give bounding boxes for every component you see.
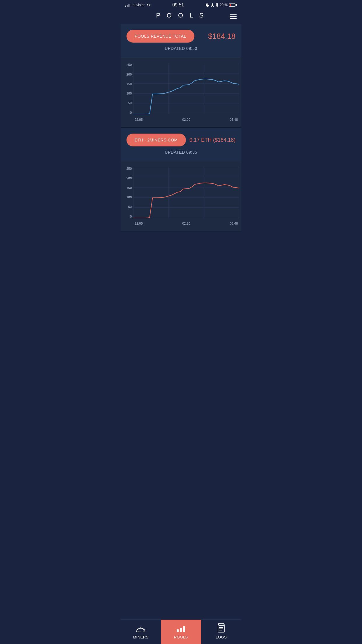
menu-line-1 [230,14,237,15]
chart1-y-label-150: 150 [126,82,132,86]
bluetooth-icon [215,3,218,7]
chart1-section: 250 200 150 100 50 0 [121,58,241,128]
status-time: 09:51 [172,2,184,8]
chart1-y-label-250: 250 [126,63,132,66]
menu-line-3 [230,18,237,19]
carrier-label: movistar [132,3,145,7]
chart2-area [133,167,239,218]
chart2-svg [133,167,239,218]
status-bar: movistar 09:51 20 % [121,0,241,9]
eth-pool-section: ETH - 2MINERS.COM 0.17 ETH ($184.18) UPD… [121,128,241,162]
chart2-container: 250 200 150 100 50 0 [123,167,239,225]
chart1-x-label-3: 06:48 [230,118,238,121]
chart2-y-label-250: 250 [126,167,132,170]
chart2-x-label-2: 02:20 [182,222,190,225]
menu-button[interactable] [230,14,237,19]
menu-line-2 [230,16,237,17]
eth-pool-updated: UPDATED 09:35 [126,150,236,155]
chart1-svg [133,63,239,114]
signal-icon [125,3,130,7]
chart1-y-label-100: 100 [126,92,132,95]
chart1-y-label-200: 200 [126,73,132,76]
chart2-x-label-3: 06:48 [230,222,238,225]
battery-label: 20 % [220,3,228,7]
page-title: P O O L S [156,12,206,19]
moon-icon [205,3,210,7]
eth-pool-row: ETH - 2MINERS.COM 0.17 ETH ($184.18) [126,134,236,146]
pools-revenue-button[interactable]: POOLS REVENUE TOTAL [126,30,194,43]
chart1-y-labels: 250 200 150 100 50 0 [123,63,133,114]
status-left: movistar [125,3,151,7]
chart2-section: 250 200 150 100 50 0 [121,162,241,232]
chart2-y-label-100: 100 [126,195,132,199]
header: P O O L S [121,9,241,24]
chart1-x-label-1: 22:05 [135,118,143,121]
chart1-area [133,63,239,114]
chart1-x-labels: 22:05 02:20 06:48 [133,118,239,121]
eth-pool-button[interactable]: ETH - 2MINERS.COM [126,134,186,146]
chart1-y-label-50: 50 [128,101,132,105]
chart1-y-label-0: 0 [130,111,132,114]
location-icon [211,3,214,7]
chart1-container: 250 200 150 100 50 0 [123,63,239,121]
status-right: 20 % [205,3,237,7]
chart2-y-label-0: 0 [130,215,132,218]
main-content: POOLS REVENUE TOTAL $184.18 UPDATED 09:5… [121,24,241,255]
pools-revenue-value: $184.18 [208,32,236,41]
pools-revenue-updated: UPDATED 09:50 [126,46,236,51]
eth-pool-value: 0.17 ETH ($184.18) [189,137,236,143]
chart2-y-label-150: 150 [126,186,132,190]
chart2-x-label-1: 22:05 [135,222,143,225]
chart2-y-label-200: 200 [126,176,132,180]
pools-revenue-row: POOLS REVENUE TOTAL $184.18 [126,30,236,43]
wifi-icon [146,3,151,7]
chart2-x-labels: 22:05 02:20 06:48 [133,222,239,225]
chart1-x-label-2: 02:20 [182,118,190,121]
battery-icon [229,4,237,7]
pools-revenue-section: POOLS REVENUE TOTAL $184.18 UPDATED 09:5… [121,24,241,58]
chart2-y-label-50: 50 [128,205,132,209]
chart2-y-labels: 250 200 150 100 50 0 [123,167,133,218]
